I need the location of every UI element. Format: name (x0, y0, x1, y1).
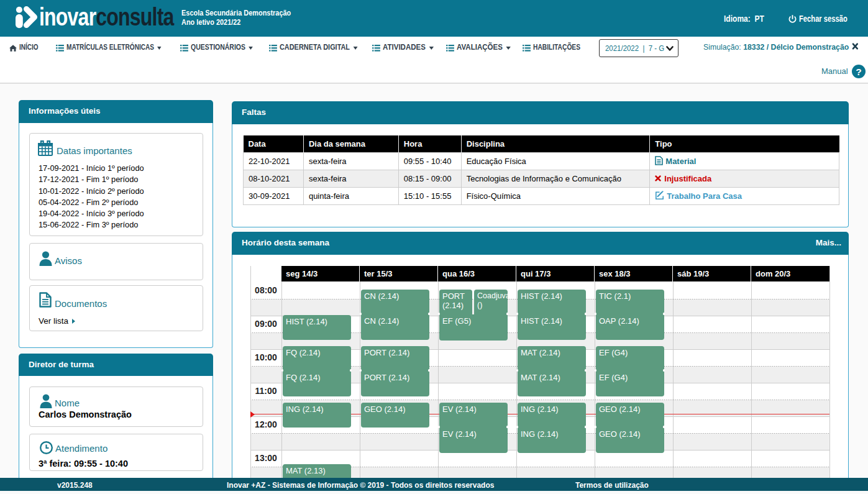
svg-text:?: ? (856, 66, 861, 77)
